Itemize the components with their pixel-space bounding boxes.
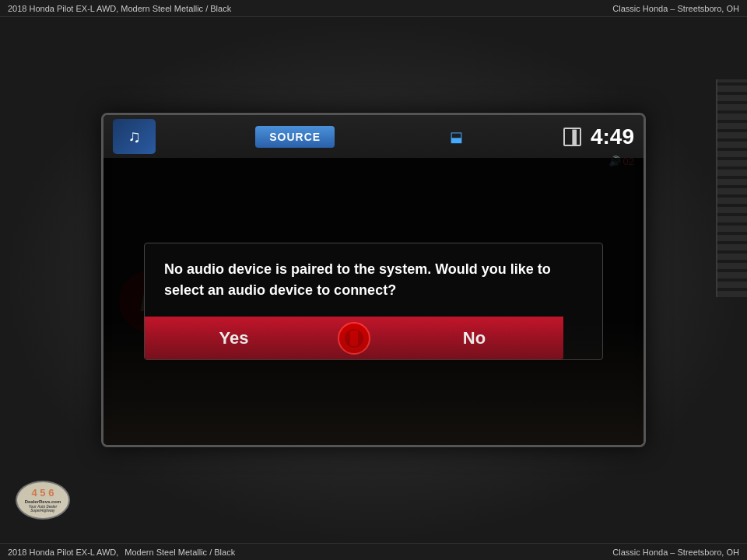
- yes-button[interactable]: Yes: [145, 317, 323, 359]
- screen-top-right: ▐ 4:49: [563, 124, 634, 149]
- svg-rect-2: [350, 331, 358, 346]
- dialog-button-divider: [323, 317, 385, 359]
- dialog-message: No audio device is paired to the system.…: [164, 259, 583, 301]
- dialog-buttons: Yes No: [145, 317, 563, 359]
- bottom-bar: 2018 Honda Pilot EX-L AWD, Modern Steel …: [0, 543, 747, 560]
- dialog-overlay: No audio device is paired to the system.…: [103, 158, 644, 445]
- screen-header: ♫ SOURCE ⬓ ▐ 4:49: [103, 115, 644, 158]
- bottom-bar-dealer: Classic Honda – Streetsboro, OH: [612, 548, 739, 557]
- time-display: 4:49: [591, 124, 634, 149]
- battery-icon: ▐: [563, 128, 581, 146]
- top-bar-title: 2018 Honda Pilot EX-L AWD, Modern Steel …: [8, 4, 231, 13]
- top-bar: 2018 Honda Pilot EX-L AWD, Modern Steel …: [0, 0, 747, 17]
- watermark-numbers: 4 5 6: [32, 487, 54, 499]
- top-bar-dealer: Classic Honda – Streetsboro, OH: [612, 4, 739, 13]
- music-symbol: ♫: [128, 127, 141, 147]
- watermark-logo: 4 5 6 DealerRevs.com Your Auto Dealer Su…: [16, 481, 70, 520]
- dealerrevs-watermark: 4 5 6 DealerRevs.com Your Auto Dealer Su…: [16, 481, 70, 520]
- infotainment-screen: ♫ SOURCE ⬓ ▐ 4:49 🔊 02 H No audio device…: [101, 113, 646, 447]
- air-vent: [716, 79, 747, 297]
- no-button[interactable]: No: [385, 317, 563, 359]
- music-icon: ♫: [113, 119, 156, 154]
- bottom-bar-title: 2018 Honda Pilot EX-L AWD, Modern Steel …: [8, 548, 235, 557]
- bottom-trim: Modern Steel Metallic / Black: [124, 548, 235, 557]
- watermark-site: DealerRevs.com: [25, 499, 61, 505]
- source-button[interactable]: SOURCE: [255, 126, 335, 148]
- main-content: 4 5 6 DealerRevs.com Your Auto Dealer Su…: [0, 17, 747, 543]
- bottom-title: 2018 Honda Pilot EX-L AWD,: [8, 548, 118, 557]
- watermark-tagline: Your Auto Dealer SuperHighway: [17, 505, 68, 513]
- dialog-box: No audio device is paired to the system.…: [144, 243, 603, 360]
- bluetooth-icon: ⬓: [450, 128, 463, 145]
